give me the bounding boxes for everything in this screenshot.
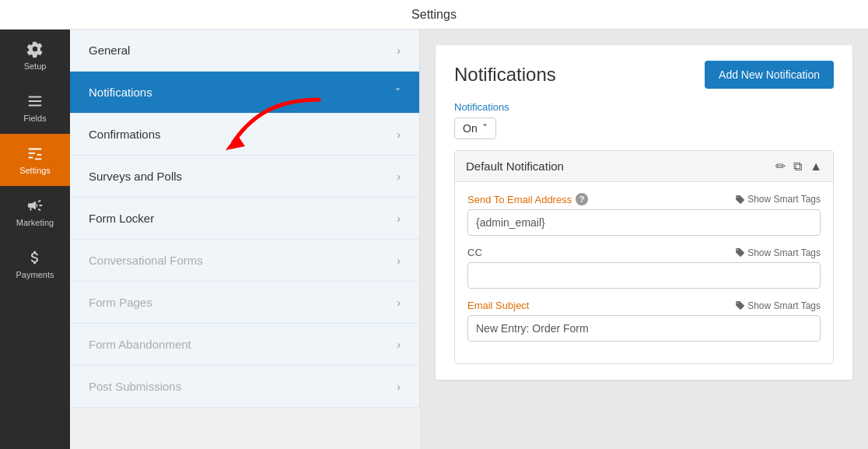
notifications-header: Notifications Add New Notification xyxy=(454,61,834,89)
default-notification-title: Default Notification xyxy=(466,160,564,173)
field-label-row-email-subject: Email Subject Show Smart Tags xyxy=(467,300,821,311)
smart-tags-link-send-to-email[interactable]: Show Smart Tags xyxy=(735,194,821,205)
icon-sidebar: Setup Fields Settings Marketing Payments xyxy=(0,30,70,449)
nav-label-general: General xyxy=(89,44,130,57)
chevron-right-icon-8: › xyxy=(397,381,401,393)
default-notification-header: Default Notification ✏ ⧉ ▲ xyxy=(455,151,833,182)
info-icon-send-to-email[interactable]: ? xyxy=(576,193,588,205)
page-title: Settings xyxy=(411,8,457,22)
chevron-right-icon-7: › xyxy=(397,339,401,351)
select-value: On xyxy=(463,122,478,135)
panel-title: Notifications xyxy=(454,64,556,86)
email-subject-input[interactable] xyxy=(467,315,821,342)
sidebar-label-fields: Fields xyxy=(23,114,46,123)
sidebar-item-payments[interactable]: Payments xyxy=(0,238,70,290)
notifications-select[interactable]: On ˅ xyxy=(454,118,496,139)
tag-icon-2 xyxy=(735,247,745,258)
nav-item-post-submissions: Post Submissions › xyxy=(70,366,419,408)
nav-item-form-abandonment: Form Abandonment › xyxy=(70,324,419,366)
tag-icon-1 xyxy=(735,195,745,205)
dollar-icon xyxy=(26,249,44,266)
sidebar-label-settings: Settings xyxy=(19,166,51,175)
nav-item-notifications[interactable]: Notifications ˅ xyxy=(70,72,419,114)
notifications-panel: Notifications Add New Notification Notif… xyxy=(436,45,852,380)
add-new-notification-button[interactable]: Add New Notification xyxy=(705,61,834,89)
nav-label-form-abandonment: Form Abandonment xyxy=(89,338,191,351)
main-content: Notifications Add New Notification Notif… xyxy=(420,30,868,449)
default-notification-box: Default Notification ✏ ⧉ ▲ Send To Email… xyxy=(454,150,834,364)
field-row-email-subject: Email Subject Show Smart Tags xyxy=(467,300,821,342)
nav-label-form-pages: Form Pages xyxy=(89,296,152,309)
collapse-icon[interactable]: ▲ xyxy=(810,160,822,174)
cc-input[interactable] xyxy=(467,262,821,289)
notifications-field-label: Notifications xyxy=(454,101,834,113)
nav-label-surveys-polls: Surveys and Polls xyxy=(89,170,182,183)
fields-icon xyxy=(26,93,44,110)
megaphone-icon xyxy=(26,197,44,214)
field-row-cc: CC Show Smart Tags xyxy=(467,247,821,289)
sidebar-label-marketing: Marketing xyxy=(16,218,54,227)
sidebar-item-settings[interactable]: Settings xyxy=(0,134,70,186)
smart-tags-link-email-subject[interactable]: Show Smart Tags xyxy=(735,300,821,311)
field-row-send-to-email: Send To Email Address ? Show Smart Tags xyxy=(467,193,821,236)
send-to-email-label: Send To Email Address ? xyxy=(467,193,588,205)
sidebar-item-setup[interactable]: Setup xyxy=(0,30,70,82)
chevron-right-icon-2: › xyxy=(397,128,401,141)
send-to-email-input[interactable] xyxy=(467,209,821,236)
nav-item-surveys-polls[interactable]: Surveys and Polls › xyxy=(70,156,419,198)
edit-icon[interactable]: ✏ xyxy=(775,159,786,174)
nav-item-form-pages: Form Pages › xyxy=(70,282,419,324)
email-subject-label: Email Subject xyxy=(467,300,529,311)
notification-body: Send To Email Address ? Show Smart Tags xyxy=(455,182,833,363)
field-label-row-cc: CC Show Smart Tags xyxy=(467,247,821,258)
chevron-down-select-icon: ˅ xyxy=(482,122,488,135)
nav-label-notifications: Notifications xyxy=(89,86,152,99)
nav-label-confirmations: Confirmations xyxy=(89,128,161,141)
top-bar: Settings xyxy=(0,0,868,30)
sidebar-label-setup: Setup xyxy=(24,61,47,71)
nav-sidebar: General › Notifications ˅ Confirmations … xyxy=(70,30,420,408)
field-label-row-send-to-email: Send To Email Address ? Show Smart Tags xyxy=(467,193,821,205)
sidebar-item-marketing[interactable]: Marketing xyxy=(0,186,70,238)
chevron-right-icon-6: › xyxy=(397,296,401,309)
nav-item-confirmations[interactable]: Confirmations › xyxy=(70,114,419,156)
nav-label-post-submissions: Post Submissions xyxy=(89,380,181,393)
chevron-right-icon-5: › xyxy=(397,254,401,267)
gear-icon xyxy=(26,40,44,58)
chevron-right-icon: › xyxy=(397,44,401,57)
sliders-icon xyxy=(26,145,44,162)
nav-item-conversational-forms: Conversational Forms › xyxy=(70,240,419,282)
tag-icon-3 xyxy=(735,300,745,310)
nav-label-conversational-forms: Conversational Forms xyxy=(89,254,203,267)
sidebar-label-payments: Payments xyxy=(16,270,54,279)
chevron-right-icon-3: › xyxy=(397,170,401,183)
nav-label-form-locker: Form Locker xyxy=(89,212,154,225)
sidebar-item-fields[interactable]: Fields xyxy=(0,82,70,134)
smart-tags-link-cc[interactable]: Show Smart Tags xyxy=(735,247,821,258)
cc-label: CC xyxy=(467,247,482,258)
copy-icon[interactable]: ⧉ xyxy=(793,160,802,174)
chevron-down-icon: ˅ xyxy=(395,86,401,99)
notification-actions: ✏ ⧉ ▲ xyxy=(775,159,822,174)
nav-item-form-locker[interactable]: Form Locker › xyxy=(70,198,419,240)
chevron-right-icon-4: › xyxy=(397,212,401,225)
nav-item-general[interactable]: General › xyxy=(70,30,419,72)
